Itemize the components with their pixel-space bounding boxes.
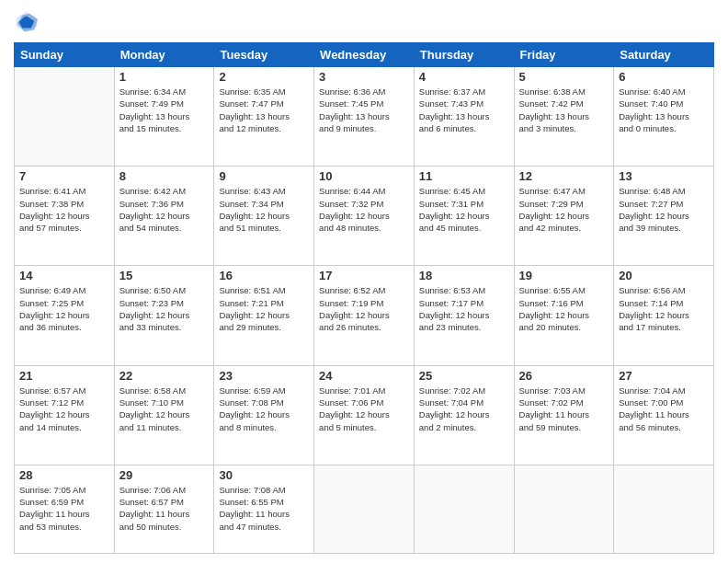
- day-info: Sunrise: 6:41 AM Sunset: 7:38 PM Dayligh…: [19, 185, 109, 234]
- day-number: 27: [619, 369, 709, 383]
- day-info: Sunrise: 7:01 AM Sunset: 7:06 PM Dayligh…: [319, 385, 409, 433]
- calendar-cell: 8Sunrise: 6:42 AM Sunset: 7:36 PM Daylig…: [114, 167, 214, 266]
- calendar-cell: 20Sunrise: 6:56 AM Sunset: 7:14 PM Dayli…: [614, 266, 714, 365]
- calendar-cell: 18Sunrise: 6:53 AM Sunset: 7:17 PM Dayli…: [414, 266, 514, 365]
- day-info: Sunrise: 6:57 AM Sunset: 7:12 PM Dayligh…: [19, 385, 109, 433]
- calendar-cell: 4Sunrise: 6:37 AM Sunset: 7:43 PM Daylig…: [414, 67, 514, 167]
- calendar-cell: 24Sunrise: 7:01 AM Sunset: 7:06 PM Dayli…: [314, 365, 415, 465]
- day-number: 9: [219, 169, 309, 183]
- week-row-1: 7Sunrise: 6:41 AM Sunset: 7:38 PM Daylig…: [15, 167, 714, 266]
- day-number: 24: [319, 369, 409, 383]
- calendar-cell: [414, 465, 514, 553]
- calendar-cell: 16Sunrise: 6:51 AM Sunset: 7:21 PM Dayli…: [214, 266, 314, 365]
- calendar-cell: 19Sunrise: 6:55 AM Sunset: 7:16 PM Dayli…: [514, 266, 614, 365]
- day-info: Sunrise: 6:51 AM Sunset: 7:21 PM Dayligh…: [219, 284, 309, 333]
- day-number: 2: [219, 70, 309, 84]
- day-info: Sunrise: 6:45 AM Sunset: 7:31 PM Dayligh…: [419, 185, 509, 234]
- day-number: 1: [119, 70, 210, 84]
- day-info: Sunrise: 6:53 AM Sunset: 7:17 PM Dayligh…: [419, 284, 509, 333]
- day-info: Sunrise: 6:35 AM Sunset: 7:47 PM Dayligh…: [219, 86, 309, 134]
- day-info: Sunrise: 6:43 AM Sunset: 7:34 PM Dayligh…: [219, 185, 309, 234]
- day-number: 5: [519, 70, 609, 84]
- day-info: Sunrise: 6:49 AM Sunset: 7:25 PM Dayligh…: [19, 284, 109, 333]
- day-number: 19: [519, 269, 609, 282]
- calendar-cell: 14Sunrise: 6:49 AM Sunset: 7:25 PM Dayli…: [15, 266, 115, 365]
- day-number: 21: [19, 369, 109, 383]
- calendar-cell: 12Sunrise: 6:47 AM Sunset: 7:29 PM Dayli…: [514, 167, 614, 266]
- day-number: 16: [219, 269, 309, 282]
- day-number: 15: [119, 269, 210, 282]
- calendar-cell: 15Sunrise: 6:50 AM Sunset: 7:23 PM Dayli…: [114, 266, 214, 365]
- day-number: 8: [119, 169, 210, 183]
- day-number: 4: [419, 70, 509, 84]
- logo: [14, 9, 43, 35]
- day-info: Sunrise: 7:02 AM Sunset: 7:04 PM Dayligh…: [419, 385, 509, 433]
- day-info: Sunrise: 7:05 AM Sunset: 6:59 PM Dayligh…: [19, 484, 109, 533]
- day-number: 28: [19, 468, 109, 482]
- day-info: Sunrise: 6:44 AM Sunset: 7:32 PM Dayligh…: [319, 185, 409, 234]
- day-info: Sunrise: 6:56 AM Sunset: 7:14 PM Dayligh…: [619, 284, 709, 333]
- calendar-cell: 10Sunrise: 6:44 AM Sunset: 7:32 PM Dayli…: [314, 167, 415, 266]
- calendar-cell: 11Sunrise: 6:45 AM Sunset: 7:31 PM Dayli…: [414, 167, 514, 266]
- calendar-cell: [614, 465, 714, 553]
- weekday-header-thursday: Thursday: [414, 43, 514, 67]
- week-row-3: 21Sunrise: 6:57 AM Sunset: 7:12 PM Dayli…: [15, 365, 714, 465]
- calendar-cell: 17Sunrise: 6:52 AM Sunset: 7:19 PM Dayli…: [314, 266, 415, 365]
- day-info: Sunrise: 6:50 AM Sunset: 7:23 PM Dayligh…: [119, 284, 210, 333]
- calendar-cell: 28Sunrise: 7:05 AM Sunset: 6:59 PM Dayli…: [15, 465, 115, 553]
- day-number: 20: [619, 269, 709, 282]
- day-number: 11: [419, 169, 509, 183]
- calendar-cell: 30Sunrise: 7:08 AM Sunset: 6:55 PM Dayli…: [214, 465, 314, 553]
- day-number: 29: [119, 468, 210, 482]
- calendar-cell: 23Sunrise: 6:59 AM Sunset: 7:08 PM Dayli…: [214, 365, 314, 465]
- day-number: 14: [19, 269, 109, 282]
- day-info: Sunrise: 6:55 AM Sunset: 7:16 PM Dayligh…: [519, 284, 609, 333]
- day-number: 23: [219, 369, 309, 383]
- calendar-cell: 22Sunrise: 6:58 AM Sunset: 7:10 PM Dayli…: [114, 365, 214, 465]
- calendar-cell: 5Sunrise: 6:38 AM Sunset: 7:42 PM Daylig…: [514, 67, 614, 167]
- weekday-header-monday: Monday: [114, 43, 214, 67]
- day-info: Sunrise: 7:06 AM Sunset: 6:57 PM Dayligh…: [119, 484, 210, 533]
- calendar-cell: 27Sunrise: 7:04 AM Sunset: 7:00 PM Dayli…: [614, 365, 714, 465]
- day-info: Sunrise: 6:36 AM Sunset: 7:45 PM Dayligh…: [319, 86, 409, 134]
- calendar-cell: 26Sunrise: 7:03 AM Sunset: 7:02 PM Dayli…: [514, 365, 614, 465]
- calendar-table: SundayMondayTuesdayWednesdayThursdayFrid…: [14, 42, 714, 554]
- calendar-cell: 3Sunrise: 6:36 AM Sunset: 7:45 PM Daylig…: [314, 67, 415, 167]
- weekday-header-wednesday: Wednesday: [314, 43, 415, 67]
- day-info: Sunrise: 6:37 AM Sunset: 7:43 PM Dayligh…: [419, 86, 509, 134]
- calendar-cell: 6Sunrise: 6:40 AM Sunset: 7:40 PM Daylig…: [614, 67, 714, 167]
- weekday-header-row: SundayMondayTuesdayWednesdayThursdayFrid…: [15, 43, 714, 67]
- calendar-cell: 2Sunrise: 6:35 AM Sunset: 7:47 PM Daylig…: [214, 67, 314, 167]
- calendar-page: SundayMondayTuesdayWednesdayThursdayFrid…: [0, 0, 728, 563]
- day-number: 26: [519, 369, 609, 383]
- calendar-cell: 25Sunrise: 7:02 AM Sunset: 7:04 PM Dayli…: [414, 365, 514, 465]
- calendar-cell: 7Sunrise: 6:41 AM Sunset: 7:38 PM Daylig…: [15, 167, 115, 266]
- day-number: 3: [319, 70, 409, 84]
- day-info: Sunrise: 6:52 AM Sunset: 7:19 PM Dayligh…: [319, 284, 409, 333]
- day-number: 12: [519, 169, 609, 183]
- calendar-cell: 29Sunrise: 7:06 AM Sunset: 6:57 PM Dayli…: [114, 465, 214, 553]
- day-info: Sunrise: 7:08 AM Sunset: 6:55 PM Dayligh…: [219, 484, 309, 533]
- day-info: Sunrise: 6:47 AM Sunset: 7:29 PM Dayligh…: [519, 185, 609, 234]
- week-row-2: 14Sunrise: 6:49 AM Sunset: 7:25 PM Dayli…: [15, 266, 714, 365]
- day-info: Sunrise: 6:42 AM Sunset: 7:36 PM Dayligh…: [119, 185, 210, 234]
- day-number: 17: [319, 269, 409, 282]
- calendar-cell: 21Sunrise: 6:57 AM Sunset: 7:12 PM Dayli…: [15, 365, 115, 465]
- day-number: 7: [19, 169, 109, 183]
- day-number: 10: [319, 169, 409, 183]
- calendar-cell: [15, 67, 115, 167]
- calendar-cell: 1Sunrise: 6:34 AM Sunset: 7:49 PM Daylig…: [114, 67, 214, 167]
- day-info: Sunrise: 6:58 AM Sunset: 7:10 PM Dayligh…: [119, 385, 210, 433]
- day-number: 6: [619, 70, 709, 84]
- weekday-header-sunday: Sunday: [15, 43, 115, 67]
- day-number: 30: [219, 468, 309, 482]
- calendar-cell: 9Sunrise: 6:43 AM Sunset: 7:34 PM Daylig…: [214, 167, 314, 266]
- header: [14, 9, 714, 35]
- day-info: Sunrise: 7:04 AM Sunset: 7:00 PM Dayligh…: [619, 385, 709, 433]
- day-info: Sunrise: 7:03 AM Sunset: 7:02 PM Dayligh…: [519, 385, 609, 433]
- weekday-header-saturday: Saturday: [614, 43, 714, 67]
- day-number: 18: [419, 269, 509, 282]
- week-row-4: 28Sunrise: 7:05 AM Sunset: 6:59 PM Dayli…: [15, 465, 714, 553]
- weekday-header-friday: Friday: [514, 43, 614, 67]
- day-info: Sunrise: 6:59 AM Sunset: 7:08 PM Dayligh…: [219, 385, 309, 433]
